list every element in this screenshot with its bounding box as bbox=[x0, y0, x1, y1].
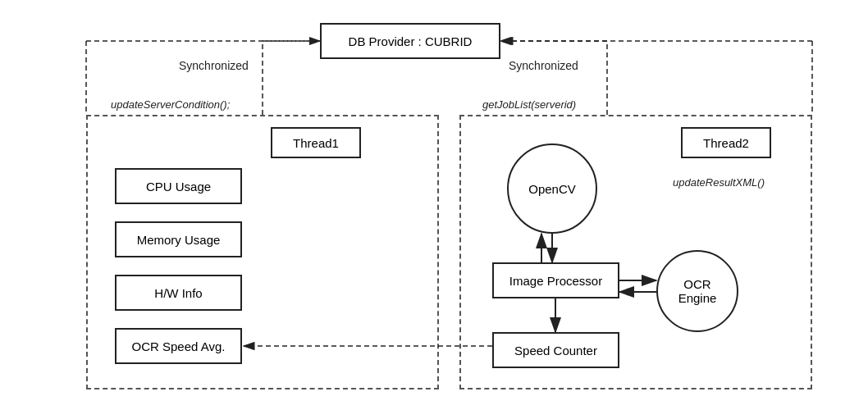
memory-usage-label: Memory Usage bbox=[137, 233, 221, 247]
thread1-label: Thread1 bbox=[293, 136, 339, 150]
hw-info-label: H/W Info bbox=[154, 286, 202, 300]
cpu-usage-box: CPU Usage bbox=[115, 168, 242, 204]
thread1-box: Thread1 bbox=[271, 127, 361, 158]
ocr-speed-avg-label: OCR Speed Avg. bbox=[132, 339, 226, 353]
speed-counter-box: Speed Counter bbox=[492, 332, 619, 368]
speed-counter-label: Speed Counter bbox=[514, 344, 597, 358]
image-processor-label: Image Processor bbox=[509, 274, 602, 288]
ocr-engine-circle: OCR Engine bbox=[656, 250, 738, 332]
diagram-container: DB Provider : CUBRID Thread1 Thread2 CPU… bbox=[0, 0, 868, 419]
ocr-engine-label: OCR Engine bbox=[678, 277, 717, 305]
db-provider-label: DB Provider : CUBRID bbox=[349, 34, 473, 48]
thread2-label: Thread2 bbox=[703, 136, 749, 150]
get-job-list-label: getJobList(serverid) bbox=[482, 98, 576, 111]
synchronized-right-label: Synchronized bbox=[509, 59, 578, 72]
ocr-speed-avg-box: OCR Speed Avg. bbox=[115, 328, 242, 364]
opencv-label: OpenCV bbox=[528, 182, 576, 196]
update-result-xml-label: updateResultXML() bbox=[673, 176, 765, 189]
hw-info-box: H/W Info bbox=[115, 275, 242, 311]
db-provider-box: DB Provider : CUBRID bbox=[320, 23, 500, 59]
update-server-label: updateServerCondition(); bbox=[111, 98, 230, 111]
cpu-usage-label: CPU Usage bbox=[146, 180, 211, 194]
image-processor-box: Image Processor bbox=[492, 262, 619, 298]
opencv-circle: OpenCV bbox=[507, 143, 597, 234]
thread2-box: Thread2 bbox=[681, 127, 771, 158]
memory-usage-box: Memory Usage bbox=[115, 221, 242, 257]
synchronized-left-label: Synchronized bbox=[179, 59, 249, 72]
